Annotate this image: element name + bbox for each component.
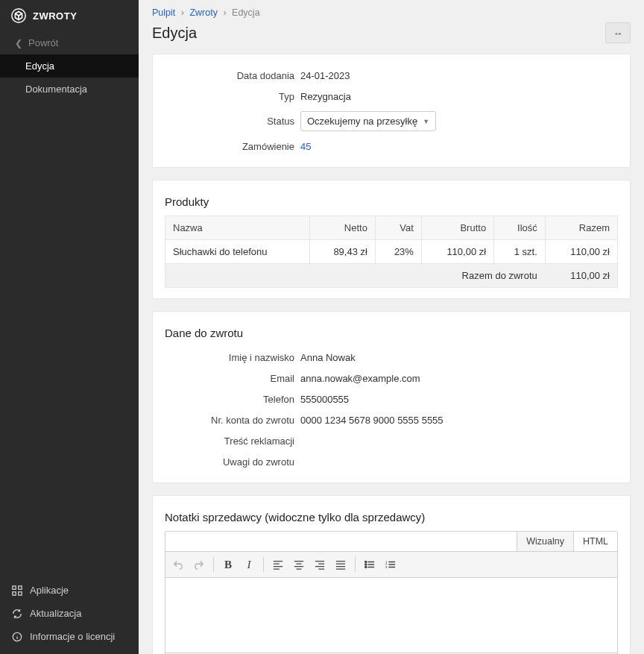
sidebar-back-label: Powrót [28, 37, 58, 48]
svg-rect-4 [19, 591, 22, 594]
label-remarks: Uwagi do zwrotu [165, 456, 300, 468]
grid-icon [12, 585, 22, 596]
svg-rect-1 [13, 585, 16, 588]
box-icon [10, 7, 27, 24]
sidebar-apps[interactable]: Aplikacje [0, 579, 139, 602]
sidebar: ZWROTY ❮ Powrót Edycja Dokumentacja Apli… [0, 0, 139, 654]
seller-notes-panel: Notatki sprzedawcy (widoczne tylko dla s… [152, 495, 631, 654]
caret-down-icon: ▼ [423, 118, 429, 125]
editor-textarea[interactable] [165, 578, 617, 653]
align-right-icon [315, 559, 325, 570]
breadcrumb-current: Edycja [232, 7, 260, 18]
breadcrumb-sep: › [223, 7, 226, 18]
label-account: Nr. konta do zwrotu [165, 415, 300, 426]
products-heading: Produkty [165, 195, 618, 208]
value-phone: 555000555 [300, 394, 349, 405]
cell-gross: 110,00 zł [421, 240, 493, 264]
breadcrumb-zwroty[interactable]: Zwroty [189, 7, 218, 18]
redo-button[interactable] [189, 555, 209, 574]
editor-tab-visual[interactable]: Wizualny [517, 532, 573, 551]
col-vat: Vat [375, 216, 421, 240]
cell-name: Słuchawki do telefonu [165, 240, 310, 264]
details-panel: Data dodania 24-01-2023 Typ Rezygnacja S… [152, 54, 631, 168]
return-data-panel: Dane do zwrotu Imię i nazwisko Anna Nowa… [152, 311, 631, 483]
table-row: Słuchawki do telefonu 89,43 zł 23% 110,0… [165, 240, 618, 264]
col-total: Razem [545, 216, 617, 240]
products-panel: Produkty Nazwa Netto Vat Brutto Ilość Ra… [152, 180, 631, 299]
status-select-value: Oczekujemy na przesyłkę [307, 116, 417, 127]
info-icon [12, 632, 22, 642]
svg-point-7 [365, 564, 367, 565]
table-footer-row: Razem do zwrotu 110,00 zł [165, 264, 618, 288]
col-net: Netto [310, 216, 376, 240]
seller-notes-heading: Notatki sprzedawcy (widoczne tylko dla s… [165, 511, 618, 523]
footer-value: 110,00 zł [545, 264, 617, 288]
value-email: anna.nowak@example.com [300, 373, 420, 384]
breadcrumb-sep: › [181, 7, 184, 18]
breadcrumb-pulpit[interactable]: Pulpit [152, 7, 175, 18]
bold-button[interactable]: B [218, 555, 238, 574]
list-ol-icon: 123 [385, 559, 396, 570]
svg-rect-2 [19, 585, 22, 588]
col-gross: Brutto [421, 216, 493, 240]
sidebar-item-dokumentacja[interactable]: Dokumentacja [0, 78, 139, 101]
label-type: Typ [165, 91, 300, 102]
italic-button[interactable]: I [239, 555, 259, 574]
order-link[interactable]: 45 [300, 141, 311, 152]
undo-icon [173, 559, 183, 570]
brand-name: ZWROTY [33, 10, 77, 22]
value-type: Rezygnacja [300, 91, 351, 102]
bullet-list-button[interactable] [360, 555, 379, 574]
align-left-button[interactable] [268, 555, 288, 574]
return-data-heading: Dane do zwrotu [165, 327, 618, 339]
align-justify-icon [335, 559, 346, 570]
sidebar-back[interactable]: ❮ Powrót [0, 31, 139, 54]
footer-label: Razem do zwrotu [165, 264, 546, 288]
arrows-horizontal-icon: ↔ [613, 28, 623, 39]
label-fullname: Imię i nazwisko [165, 352, 300, 363]
page-title: Edycja [152, 25, 197, 42]
refresh-icon [12, 609, 22, 619]
italic-icon: I [247, 559, 251, 571]
cell-net: 89,43 zł [310, 240, 376, 264]
redo-icon [194, 559, 204, 570]
bold-icon: B [224, 559, 232, 571]
sidebar-item-label: Dokumentacja [25, 84, 87, 95]
label-phone: Telefon [165, 394, 300, 405]
list-ul-icon [364, 559, 375, 570]
label-order: Zamówienie [165, 141, 300, 152]
table-header-row: Nazwa Netto Vat Brutto Ilość Razem [165, 216, 618, 240]
value-date-added: 24-01-2023 [300, 70, 350, 81]
main: Pulpit › Zwroty › Edycja Edycja ↔ Data d… [139, 0, 644, 654]
label-complaint: Treść reklamacji [165, 436, 300, 447]
sidebar-apps-label: Aplikacje [30, 585, 69, 596]
svg-point-8 [365, 566, 367, 567]
label-status: Status [165, 116, 300, 127]
svg-rect-3 [13, 591, 16, 594]
value-fullname: Anna Nowak [300, 352, 356, 363]
value-account: 0000 1234 5678 9000 5555 5555 [300, 415, 443, 426]
svg-text:3: 3 [385, 565, 388, 569]
label-date-added: Data dodania [165, 70, 300, 81]
brand: ZWROTY [0, 0, 139, 31]
cell-vat: 23% [375, 240, 421, 264]
cell-total: 110,00 zł [545, 240, 617, 264]
sidebar-license-label: Informacje o licencji [30, 631, 115, 642]
sidebar-item-label: Edycja [25, 60, 54, 72]
number-list-button[interactable]: 123 [381, 555, 400, 574]
sidebar-update-label: Aktualizacja [30, 608, 81, 619]
breadcrumb: Pulpit › Zwroty › Edycja [152, 7, 631, 18]
products-table: Nazwa Netto Vat Brutto Ilość Razem Słuch… [165, 216, 618, 288]
status-select[interactable]: Oczekujemy na przesyłkę ▼ [300, 111, 436, 131]
align-justify-button[interactable] [331, 555, 350, 574]
align-center-icon [294, 559, 304, 570]
sidebar-update[interactable]: Aktualizacja [0, 602, 139, 625]
svg-point-6 [365, 561, 367, 562]
align-right-button[interactable] [310, 555, 329, 574]
sidebar-license[interactable]: Informacje o licencji [0, 625, 139, 648]
expand-button[interactable]: ↔ [605, 22, 631, 43]
align-center-button[interactable] [289, 555, 309, 574]
sidebar-item-edycja[interactable]: Edycja [0, 54, 139, 78]
undo-button[interactable] [168, 555, 188, 574]
editor-tab-html[interactable]: HTML [573, 532, 617, 551]
